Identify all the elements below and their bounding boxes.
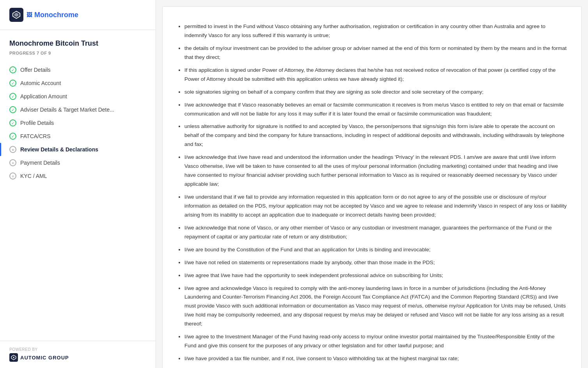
nav-item-fatca[interactable]: ✓ FATCA/CRS [9, 130, 146, 143]
nav-item-automic-account[interactable]: ✓ Automic Account [9, 76, 146, 90]
check-icon-fatca: ✓ [9, 133, 16, 140]
circle-icon-payment: ○ [9, 159, 16, 166]
progress-label: PROGRESS 7 OF 9 [9, 51, 146, 55]
nav-label-offer: Offer Details [20, 67, 51, 73]
sidebar-logo-area: 🖼 Monochrome [0, 0, 156, 30]
brand-icon: 🖼 [27, 12, 32, 18]
circle-icon-review: ○ [9, 146, 16, 153]
nav-label-profile: Profile Details [20, 120, 54, 126]
circle-icon-kyc: ○ [9, 172, 16, 180]
brand-name: 🖼 Monochrome [27, 11, 78, 19]
bullet-item-poa: If this application is signed under Powe… [184, 66, 567, 84]
bullet-item-aml: I/we agree and acknowledge Vasco is requ… [184, 284, 567, 329]
sidebar: 🖼 Monochrome Monochrome Bitcoin Trust PR… [0, 0, 156, 368]
fund-title: Monochrome Bitcoin Trust [9, 39, 146, 48]
bullet-item-disclosure: I/we understand that if we fail to provi… [184, 193, 567, 220]
content-card: permitted to invest in the Fund without … [162, 6, 582, 368]
main-content: permitted to invest in the Fund without … [156, 0, 588, 368]
bullet-item: permitted to invest in the Fund without … [184, 22, 567, 40]
bullet-item-signatories: sole signatories signing on behalf of a … [184, 88, 567, 97]
bullet-item-taxfile: I/we have provided a tax file number, an… [184, 354, 567, 363]
automic-logo: AUTOMIC GROUP [9, 353, 146, 362]
nav-label-amount: Application Amount [20, 93, 67, 100]
nav-item-application-amount[interactable]: ✓ Application Amount [9, 90, 146, 103]
nav-item-kyc-aml[interactable]: ○ KYC / AML [9, 169, 146, 183]
check-icon-offer: ✓ [9, 66, 16, 73]
svg-point-3 [13, 357, 14, 358]
powered-by-label: POWERED BY [9, 347, 146, 352]
svg-marker-1 [14, 13, 19, 17]
nav-label-automic: Automic Account [20, 80, 61, 86]
nav-item-payment-details[interactable]: ○ Payment Details [9, 156, 146, 169]
bullet-item-privacy: I/we acknowledge that I/we have read and… [184, 153, 567, 189]
nav-label-payment: Payment Details [20, 160, 60, 166]
nav-item-adviser-details[interactable]: ✓ Adviser Details & Target Market Dete..… [9, 103, 146, 116]
nav-list: ✓ Offer Details ✓ Automic Account ✓ Appl… [9, 63, 146, 183]
sidebar-content: Monochrome Bitcoin Trust PROGRESS 7 OF 9… [0, 30, 156, 341]
bullet-item-representations: I/we have not relied on statements or re… [184, 258, 567, 267]
bullet-item-authority: unless alternative authority for signatu… [184, 122, 567, 149]
nav-item-profile-details[interactable]: ✓ Profile Details [9, 116, 146, 130]
check-icon-adviser: ✓ [9, 106, 16, 113]
bullet-item-constitution: I/we are bound by the Constitution of th… [184, 245, 567, 254]
automic-icon [9, 353, 18, 362]
bullet-item-guarantees: I/we acknowledge that none of Vasco, or … [184, 224, 567, 242]
nav-label-kyc: KYC / AML [20, 173, 47, 179]
check-icon-amount: ✓ [9, 93, 16, 100]
check-icon-automic: ✓ [9, 80, 16, 87]
automic-text: AUTOMIC GROUP [20, 355, 69, 361]
nav-label-fatca: FATCA/CRS [20, 133, 51, 139]
check-icon-profile: ✓ [9, 119, 16, 126]
app-logo-icon [9, 8, 23, 22]
nav-label-review: Review Details & Declarations [20, 146, 98, 153]
nav-label-adviser: Adviser Details & Target Market Dete... [20, 107, 114, 113]
nav-item-offer-details[interactable]: ✓ Offer Details [9, 63, 146, 76]
bullet-item-adviser: the details of my/our investment can be … [184, 44, 567, 62]
sidebar-footer: POWERED BY AUTOMIC GROUP [0, 341, 156, 368]
nav-item-review-details[interactable]: ○ Review Details & Declarations [9, 143, 146, 156]
bullet-item-facsimile: I/we acknowledge that if Vasco reasonabl… [184, 101, 567, 119]
declarations-text: permitted to invest in the Fund without … [177, 22, 567, 368]
bullet-item-portal: I/we agree to the Investment Manager of … [184, 332, 567, 350]
bullet-item-independent: I/we agree that I/we have had the opport… [184, 271, 567, 280]
